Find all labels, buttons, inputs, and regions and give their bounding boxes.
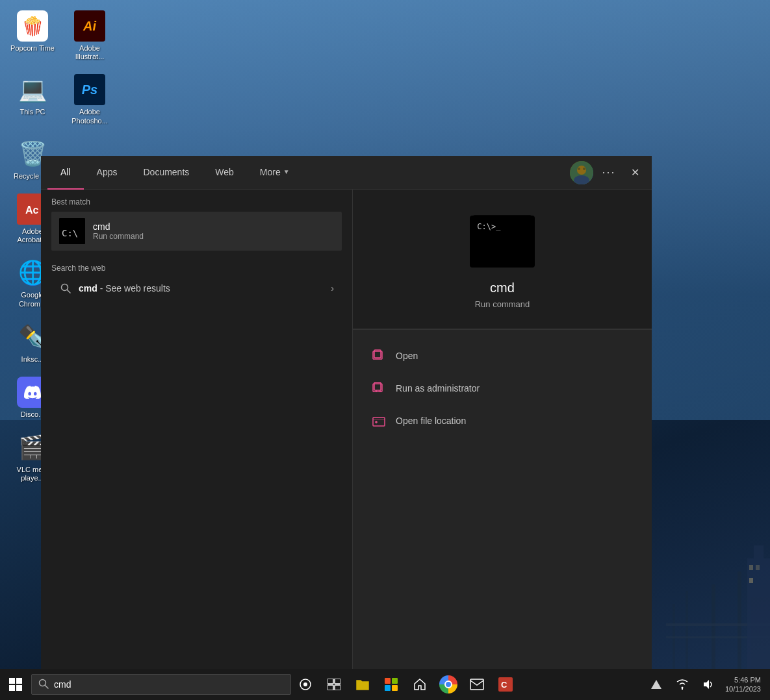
- action-open[interactable]: Open: [366, 340, 639, 371]
- search-results-right: C:\>_ cmd Run command: [353, 190, 652, 669]
- desktop-icon-popcorn-time[interactable]: 🍿 Popcorn Time: [6, 6, 58, 65]
- web-search-label: Search the web: [51, 264, 342, 273]
- svg-rect-30: [373, 418, 385, 426]
- desktop-icon-label-ai: Adobe Illustrat...: [68, 44, 112, 61]
- web-search-arrow-icon: ›: [331, 283, 334, 294]
- svg-rect-7: [747, 558, 770, 669]
- svg-rect-34: [16, 678, 22, 684]
- taskbar-search-icon: [38, 679, 49, 691]
- action-admin-label: Run as administrator: [396, 383, 480, 394]
- svg-rect-43: [327, 685, 333, 690]
- tab-web[interactable]: Web: [202, 156, 247, 190]
- svg-marker-54: [704, 680, 709, 689]
- action-open-file-location[interactable]: Open file location: [366, 405, 639, 436]
- svg-rect-48: [392, 685, 398, 691]
- svg-line-21: [68, 290, 71, 294]
- taskbar: C: [0, 669, 770, 700]
- taskbar-middle-icons: C: [291, 669, 520, 700]
- svg-line-38: [45, 685, 49, 688]
- virtual-desktop-button[interactable]: [320, 669, 348, 700]
- more-arrow-icon: ▼: [283, 168, 290, 175]
- svg-point-53: [681, 687, 683, 689]
- svg-rect-35: [9, 685, 15, 691]
- tabs-right-controls: ··· ✕: [570, 161, 645, 184]
- svg-rect-33: [9, 678, 15, 684]
- search-content: Best match C:\ cmd Ru: [41, 190, 652, 669]
- windows-store-button[interactable]: [377, 669, 405, 700]
- search-loop-icon: [59, 283, 72, 294]
- shield-icon: [371, 381, 387, 396]
- volume-icon[interactable]: [695, 669, 721, 700]
- user-avatar[interactable]: [570, 161, 593, 184]
- svg-rect-1: [738, 571, 741, 669]
- svg-point-17: [583, 168, 585, 170]
- more-options-button[interactable]: ···: [598, 162, 619, 183]
- task-view-button[interactable]: [291, 669, 320, 700]
- svg-rect-46: [392, 678, 398, 684]
- svg-text:Ac: Ac: [25, 205, 39, 216]
- system-tray-icons[interactable]: [643, 669, 669, 700]
- desktop-icon-label-popcorn: Popcorn Time: [10, 44, 55, 53]
- clock[interactable]: 5:46 PM 10/11/2023: [721, 675, 765, 694]
- svg-rect-47: [385, 685, 391, 691]
- web-search-section: Search the web cmd - See web results ›: [41, 253, 352, 301]
- svg-text:C:\>_: C:\>_: [477, 222, 501, 231]
- desktop: 🍿 Popcorn Time Ai Adobe Illustrat... 💻 T…: [0, 0, 770, 700]
- desktop-icon-illustrator[interactable]: Ai Adobe Illustrat...: [64, 6, 116, 65]
- svg-rect-8: [754, 545, 764, 558]
- desktop-icon-label-pc: This PC: [19, 108, 45, 116]
- svg-rect-41: [327, 679, 333, 684]
- web-search-query-text: cmd - See web results: [79, 283, 324, 294]
- web-search-item[interactable]: cmd - See web results ›: [51, 278, 342, 299]
- svg-text:C: C: [501, 680, 507, 690]
- search-results-left: Best match C:\ cmd Ru: [41, 190, 353, 669]
- open-icon: [371, 348, 387, 364]
- cmd-icon-large: C:\>_: [470, 216, 535, 268]
- tab-documents[interactable]: Documents: [130, 156, 202, 190]
- best-match-section: Best match C:\ cmd Ru: [41, 190, 352, 253]
- svg-rect-11: [749, 578, 753, 583]
- svg-marker-52: [651, 680, 661, 689]
- network-icon[interactable]: [669, 669, 695, 700]
- search-panel: All Apps Documents Web More ▼: [41, 156, 652, 669]
- cmd-icon-small: C:\: [59, 218, 85, 244]
- cmd-actions: Open Run as administrator: [353, 330, 652, 447]
- best-match-label: Best match: [51, 197, 342, 206]
- svg-rect-0: [712, 584, 715, 669]
- chrome-taskbar-icon: [439, 675, 457, 694]
- taskbar-search-input[interactable]: [54, 679, 275, 690]
- best-match-text: cmd Run command: [93, 221, 144, 241]
- close-search-button[interactable]: ✕: [624, 162, 645, 183]
- taskbar-app-button[interactable]: C: [491, 669, 520, 700]
- system-tray: 5:46 PM 10/11/2023: [643, 669, 770, 700]
- svg-rect-49: [470, 679, 483, 690]
- taskbar-chrome-button[interactable]: [434, 669, 463, 700]
- svg-rect-42: [335, 679, 340, 684]
- tab-apps[interactable]: Apps: [84, 156, 131, 190]
- taskbar-mail-button[interactable]: [463, 669, 491, 700]
- taskbar-search-box[interactable]: [31, 674, 291, 695]
- svg-rect-45: [385, 678, 391, 684]
- start-button[interactable]: [0, 669, 31, 700]
- home-button[interactable]: [405, 669, 434, 700]
- svg-rect-10: [756, 565, 760, 570]
- tab-all[interactable]: All: [47, 156, 84, 190]
- svg-rect-36: [16, 685, 22, 691]
- cmd-preview-title: cmd: [490, 281, 515, 295]
- svg-point-14: [577, 166, 586, 175]
- svg-rect-4: [686, 591, 688, 669]
- action-file-location-label: Open file location: [396, 416, 466, 426]
- search-tabs: All Apps Documents Web More ▼: [41, 156, 652, 190]
- svg-rect-9: [749, 565, 753, 570]
- tab-more[interactable]: More ▼: [247, 156, 303, 190]
- file-explorer-button[interactable]: [348, 669, 377, 700]
- svg-point-40: [303, 682, 307, 686]
- desktop-icon-this-pc[interactable]: 💻 This PC: [6, 70, 58, 129]
- action-run-as-admin[interactable]: Run as administrator: [366, 373, 639, 404]
- desktop-icon-label-ps: Adobe Photosho...: [68, 108, 112, 125]
- svg-point-16: [578, 168, 580, 170]
- svg-text:C:\: C:\: [62, 228, 78, 238]
- desktop-icon-photoshop[interactable]: Ps Adobe Photosho...: [64, 70, 116, 129]
- best-match-result[interactable]: C:\ cmd Run command: [51, 212, 342, 251]
- cmd-preview-subtitle: Run command: [475, 299, 530, 309]
